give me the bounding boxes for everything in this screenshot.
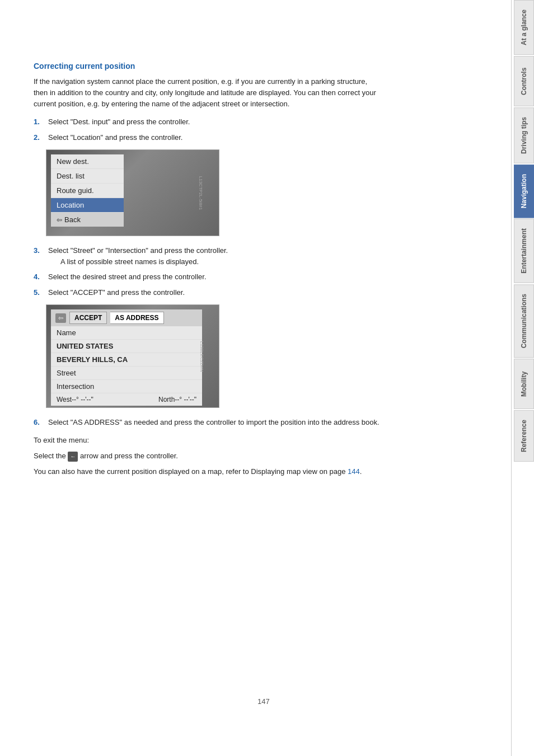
screenshot-id-2: L13BLECZD#N — [199, 341, 204, 372]
step-number-4: 4. — [34, 271, 46, 283]
step-number-6: 6. — [34, 417, 46, 428]
screen2-inner: ⇦ ACCEPT AS ADDRESS Name UNITED STATES B… — [51, 309, 202, 406]
step-2: 2. Select "Location" and press the contr… — [34, 132, 381, 143]
step-text-1: Select "Dest. input" and press the contr… — [48, 116, 190, 128]
tab-accept: ACCEPT — [69, 312, 107, 324]
map-page-link[interactable]: 144 — [348, 467, 360, 476]
step-number-1: 1. — [34, 116, 46, 128]
menu-item-destlist: Dest. list — [51, 169, 124, 184]
back-label: Back — [64, 215, 81, 224]
step-text-4: Select the desired street and press the … — [48, 271, 207, 283]
main-content: Correcting current position If the navig… — [34, 62, 381, 482]
step-4: 4. Select the desired street and press t… — [34, 271, 381, 283]
screen2-row-street: Street — [51, 367, 202, 380]
sidebar-tab-reference[interactable]: Reference — [514, 410, 534, 462]
step-number-5: 5. — [34, 287, 46, 298]
sidebar-tab-communications[interactable]: Communications — [514, 284, 534, 358]
step-1: 1. Select "Dest. input" and press the co… — [34, 116, 381, 128]
step-text-6: Select "AS ADDRESS" as needed and press … — [48, 417, 380, 428]
menu-screenshot-1: New dest. Dest. list Route guid. Locatio… — [46, 149, 219, 236]
exit-menu-instruction: Select the ← arrow and press the control… — [34, 450, 381, 462]
screen2-topbar: ⇦ ACCEPT AS ADDRESS — [51, 309, 202, 326]
sidebar-tab-controls[interactable]: Controls — [514, 56, 534, 106]
screen2-back-icon: ⇦ — [55, 313, 66, 323]
screen2-row-city: BEVERLY HILLS, CA — [51, 353, 202, 367]
back-arrow-icon: ⇦ — [57, 216, 62, 224]
screen2-row-country: UNITED STATES — [51, 340, 202, 353]
coords-west: West--° --'--" — [57, 396, 93, 403]
menu-screenshot-2: ⇦ ACCEPT AS ADDRESS Name UNITED STATES B… — [46, 304, 219, 408]
sidebar-tab-mobility[interactable]: Mobility — [514, 359, 534, 409]
screen2-row-intersection: Intersection — [51, 380, 202, 393]
page-number: 147 — [257, 697, 270, 706]
step-text-2: Select "Location" and press the controll… — [48, 132, 182, 143]
sidebar-right: At a glance Controls Driving tips Naviga… — [512, 0, 534, 756]
menu-item-routeguid: Route guid. — [51, 184, 124, 198]
screen2-coords: West--° --'--" North--° --'--" — [51, 393, 202, 406]
step-3: 3. Select "Street" or "Intersection" and… — [34, 245, 381, 267]
sidebar-tab-entertainment[interactable]: Entertainment — [514, 219, 534, 283]
exit-menu-label: To exit the menu: — [34, 435, 381, 446]
menu-item-newdest: New dest. — [51, 154, 124, 169]
step-number-3: 3. — [34, 245, 46, 256]
sidebar-tab-at-a-glance[interactable]: At a glance — [514, 0, 534, 55]
sidebar-tab-navigation[interactable]: Navigation — [514, 165, 534, 218]
intro-text: If the navigation system cannot place th… — [34, 76, 381, 110]
back-arrow-icon-inline: ← — [68, 452, 78, 462]
map-reference-text: You can also have the current position d… — [34, 466, 381, 477]
steps-list-1: 1. Select "Dest. input" and press the co… — [34, 116, 381, 143]
menu-inner-1: New dest. Dest. list Route guid. Locatio… — [51, 154, 124, 227]
screen2-row-name: Name — [51, 326, 202, 340]
menu-back: ⇦ Back — [51, 213, 124, 227]
tab-asaddress: AS ADDRESS — [110, 312, 163, 324]
step-3-subtext: A list of possible street names is displ… — [60, 256, 228, 267]
step-text-3: Select "Street" or "Intersection" and pr… — [48, 245, 228, 267]
step-6: 6. Select "AS ADDRESS" as needed and pre… — [34, 417, 381, 428]
screenshot-id-1: L13CTP2L-5i8#1 — [198, 176, 203, 210]
sidebar-tab-driving-tips[interactable]: Driving tips — [514, 107, 534, 163]
step-text-5: Select "ACCEPT" and press the controller… — [48, 287, 185, 298]
section-title: Correcting current position — [34, 62, 381, 71]
step-5: 5. Select "ACCEPT" and press the control… — [34, 287, 381, 298]
menu-item-location: Location — [51, 198, 124, 213]
coords-north: North--° --'--" — [158, 396, 196, 403]
steps-list-2: 3. Select "Street" or "Intersection" and… — [34, 245, 381, 298]
steps-list-3: 6. Select "AS ADDRESS" as needed and pre… — [34, 417, 381, 428]
step-number-2: 2. — [34, 132, 46, 143]
